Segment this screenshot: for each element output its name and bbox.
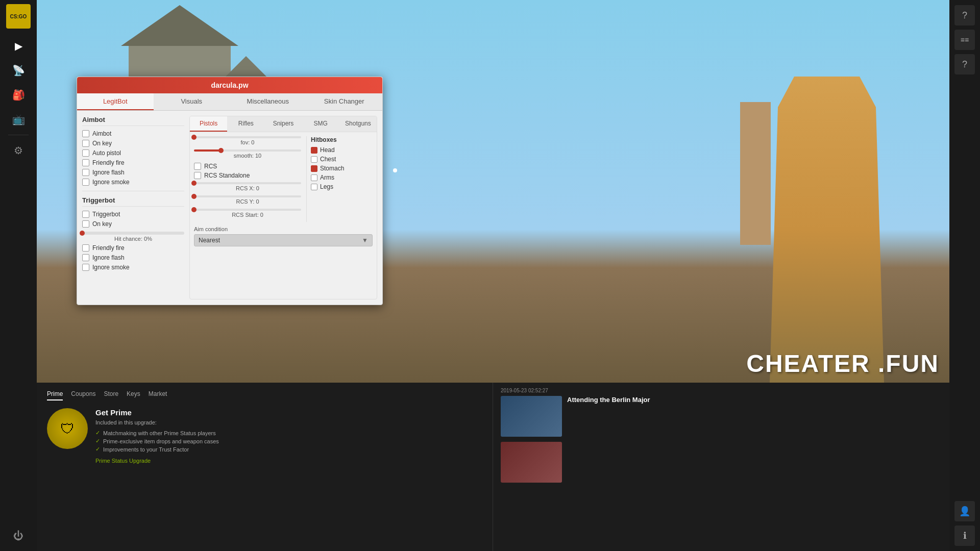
news-tabs-container: Prime Coupons Store Keys Market — [47, 390, 482, 400]
hitbox-head-checkbox[interactable] — [311, 147, 317, 154]
checkmark-icon-1: ✓ — [95, 438, 100, 444]
on-key-checkbox-row: On key — [82, 140, 184, 147]
triggerbot-checkbox[interactable] — [82, 211, 89, 218]
news-thumbnail-2 — [501, 442, 562, 483]
rcs-start-track[interactable] — [194, 209, 301, 211]
rcs-y-track[interactable] — [194, 195, 301, 197]
checkmark-icon-0: ✓ — [95, 430, 100, 436]
auto-pistol-checkbox[interactable] — [82, 149, 89, 157]
tab-keys[interactable]: Keys — [127, 390, 140, 400]
fov-label: fov: 0 — [194, 139, 301, 145]
hit-chance-thumb[interactable] — [80, 231, 85, 236]
settings-icon[interactable]: ⚙ — [8, 140, 29, 161]
ignore-smoke-aimbot-checkbox[interactable] — [82, 179, 89, 186]
info-icon[interactable]: ℹ — [954, 525, 975, 546]
prime-section: Prime Coupons Store Keys Market 🛡 Get Pr… — [37, 383, 493, 551]
rcs-x-thumb[interactable] — [191, 181, 197, 186]
antenna-icon[interactable]: 📡 — [8, 60, 29, 81]
tab-snipers[interactable]: Snipers — [264, 116, 302, 132]
hitbox-stomach-label: Stomach — [320, 165, 344, 172]
csgo-logo: CS:GO — [6, 4, 31, 29]
prime-item-1: ✓ Prime-exclusive item drops and weapon … — [95, 438, 219, 444]
hitbox-legs-checkbox[interactable] — [311, 184, 317, 190]
tab-rifles[interactable]: Rifles — [227, 116, 264, 132]
hitbox-legs-row: Legs — [311, 183, 373, 190]
smooth-label: smooth: 10 — [194, 153, 301, 159]
prime-subtitle: Included in this upgrade: — [95, 419, 219, 425]
triggerbot-title: Triggerbot — [82, 196, 184, 207]
prime-item-2: ✓ Improvements to your Trust Factor — [95, 446, 219, 453]
on-key-checkbox[interactable] — [82, 140, 89, 147]
aim-condition-label: Aim condition — [194, 226, 373, 232]
tv-icon[interactable]: 📺 — [8, 109, 29, 130]
hit-chance-label: Hit chance: 0% — [82, 236, 184, 242]
hit-chance-container: Hit chance: 0% — [82, 232, 184, 242]
rcs-y-group: RCS Y: 0 — [194, 195, 301, 205]
tab-shotguns[interactable]: Shotguns — [339, 116, 377, 132]
profile-icon[interactable]: 👤 — [954, 501, 975, 521]
right-panel: Pistols Rifles Snipers SMG Shotguns fov:… — [189, 116, 377, 299]
hitbox-stomach-checkbox[interactable] — [311, 165, 317, 172]
prime-text: Get Prime Included in this upgrade: ✓ Ma… — [95, 408, 219, 464]
friendly-fire-aimbot-checkbox[interactable] — [82, 159, 89, 166]
auto-pistol-label: Auto pistol — [92, 149, 121, 157]
aim-condition-select[interactable]: Nearest ▼ — [194, 234, 373, 246]
tab-coupons[interactable]: Coupons — [71, 390, 95, 400]
aimbot-checkbox[interactable] — [82, 130, 89, 137]
rcs-checkbox[interactable] — [194, 163, 201, 170]
triggerbot-on-key-row: On key — [82, 220, 184, 228]
tab-market[interactable]: Market — [149, 390, 167, 400]
aim-condition-section: Aim condition Nearest ▼ — [190, 226, 377, 251]
weapon-body: fov: 0 smooth: 10 RCS — [190, 132, 377, 226]
tab-smg[interactable]: SMG — [302, 116, 339, 132]
left-sidebar: CS:GO ▶ 📡 🎒 📺 ⚙ ⏻ — [0, 0, 37, 551]
prime-upgrade-link[interactable]: Prime Status Upgrade — [95, 458, 219, 464]
smooth-thumb[interactable] — [218, 148, 224, 153]
rcs-start-group: RCS Start: 0 — [194, 209, 301, 218]
cheat-body: Aimbot Aimbot On key Auto pistol Friendl… — [77, 111, 382, 305]
tab-prime[interactable]: Prime — [47, 390, 63, 400]
cheat-title-bar: darcula.pw — [77, 77, 382, 93]
tab-store[interactable]: Store — [104, 390, 118, 400]
cheat-title: darcula.pw — [211, 81, 248, 89]
rcs-y-thumb[interactable] — [191, 194, 197, 199]
tab-pistols[interactable]: Pistols — [190, 116, 227, 132]
ignore-smoke-trigger-row: Ignore smoke — [82, 264, 184, 271]
nav-skin-changer[interactable]: Skin Changer — [306, 93, 383, 110]
news-section: 2019-05-23 02:52:27 Attending the Berlin… — [493, 383, 949, 551]
rank-icon[interactable]: ≡≡ — [954, 30, 975, 50]
nav-miscellaneous[interactable]: Miscellaneous — [230, 93, 306, 110]
checkmark-icon-2: ✓ — [95, 446, 100, 453]
fov-thumb[interactable] — [191, 135, 197, 140]
ignore-flash-aimbot-checkbox[interactable] — [82, 169, 89, 176]
nav-visuals[interactable]: Visuals — [154, 93, 230, 110]
hitbox-head-label: Head — [320, 146, 335, 154]
play-icon[interactable]: ▶ — [8, 36, 29, 56]
ignore-smoke-trigger-checkbox[interactable] — [82, 264, 89, 271]
rcs-section: RCS RCS Standalone — [194, 163, 301, 179]
right-sidebar: ? ≡≡ ? 👤 ℹ — [949, 0, 980, 551]
smooth-fill — [194, 149, 221, 152]
sliders-section: fov: 0 smooth: 10 RCS — [194, 136, 301, 222]
rcs-start-thumb[interactable] — [191, 207, 197, 212]
rcs-standalone-checkbox[interactable] — [194, 172, 201, 179]
friendly-fire-trigger-row: Friendly fire — [82, 244, 184, 252]
rcs-x-track[interactable] — [194, 182, 301, 184]
power-icon[interactable]: ⏻ — [8, 525, 29, 546]
rcs-start-label: RCS Start: 0 — [194, 212, 301, 218]
hitbox-chest-checkbox[interactable] — [311, 156, 317, 163]
friendly-fire-trigger-checkbox[interactable] — [82, 244, 89, 252]
inventory-icon[interactable]: 🎒 — [8, 85, 29, 105]
help2-icon[interactable]: ? — [954, 54, 975, 74]
fov-track[interactable] — [194, 136, 301, 138]
ignore-flash-trigger-checkbox[interactable] — [82, 254, 89, 261]
news-headline[interactable]: Attending the Berlin Major — [567, 396, 650, 404]
bottom-bar: Prime Coupons Store Keys Market 🛡 Get Pr… — [37, 383, 949, 551]
help-icon[interactable]: ? — [954, 5, 975, 26]
triggerbot-on-key-checkbox[interactable] — [82, 220, 89, 228]
nav-legitbot[interactable]: LegitBot — [77, 93, 154, 110]
smooth-track[interactable] — [194, 149, 301, 152]
hitbox-arms-checkbox[interactable] — [311, 174, 317, 181]
cheat-navigation: LegitBot Visuals Miscellaneous Skin Chan… — [77, 93, 382, 111]
ignore-smoke-trigger-label: Ignore smoke — [92, 264, 130, 271]
